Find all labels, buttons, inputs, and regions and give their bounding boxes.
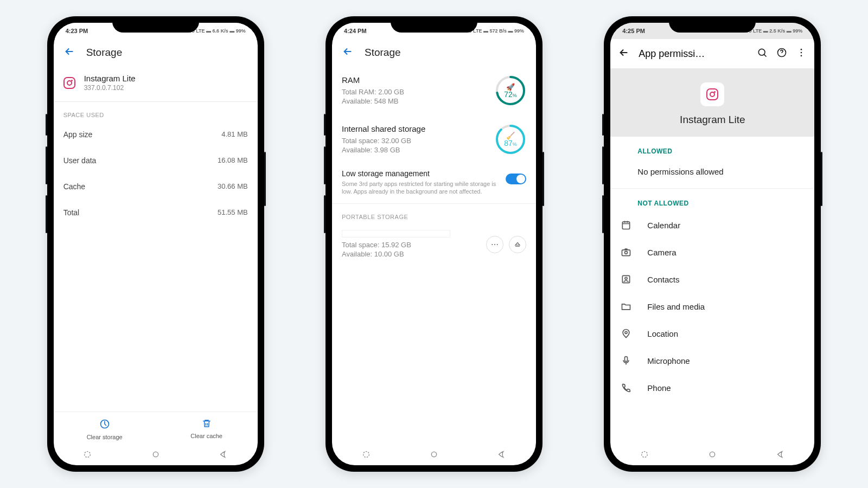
nav-home-icon[interactable]: [708, 450, 717, 461]
clear-cache-button[interactable]: Clear cache: [156, 412, 258, 446]
svg-point-11: [801, 49, 802, 50]
nav-recent-icon[interactable]: [362, 450, 371, 461]
instagram-lite-icon: [700, 82, 724, 106]
storage-gauge: 🧹87%: [495, 124, 526, 155]
back-arrow-icon[interactable]: [63, 46, 75, 60]
app-name: Instagram Lite: [680, 114, 745, 126]
low-storage-row[interactable]: Low storage management Some 3rd party ap…: [332, 164, 536, 204]
status-indicators: Vo LTE ▬ 6.6 K/s ▬ 99%: [189, 28, 246, 34]
perm-item-calendar[interactable]: Calendar: [610, 211, 814, 239]
svg-point-16: [625, 251, 628, 254]
svg-point-12: [801, 52, 802, 54]
svg-point-8: [431, 452, 436, 457]
status-bar: 4:23 PM Vo LTE ▬ 6.6 K/s ▬ 99%: [54, 23, 258, 39]
nav-back-icon[interactable]: [776, 450, 785, 461]
section-label-allowed: ALLOWED: [610, 137, 814, 159]
perm-item-microphone[interactable]: Microphone: [610, 347, 814, 374]
app-bar: Storage: [332, 39, 536, 66]
app-bar: App permissi…: [610, 39, 814, 68]
nav-recent-icon[interactable]: [83, 450, 92, 461]
app-hero: Instagram Lite: [610, 68, 814, 137]
eject-button[interactable]: [509, 236, 526, 253]
nav-bar: [610, 446, 814, 465]
svg-point-22: [710, 452, 715, 457]
status-indicators: Vo LTE ▬ 2.5 K/s ▬ 99%: [746, 28, 803, 34]
more-options-button[interactable]: ⋯: [486, 236, 503, 253]
nav-back-icon[interactable]: [219, 450, 228, 461]
svg-point-13: [801, 55, 802, 57]
perm-item-phone[interactable]: Phone: [610, 374, 814, 401]
phone-mockup-permissions: 4:25 PM Vo LTE ▬ 2.5 K/s ▬ 99% App permi…: [604, 16, 821, 472]
status-time: 4:25 PM: [622, 28, 660, 34]
nav-recent-icon[interactable]: [640, 450, 649, 461]
app-name: Instagram Lite: [84, 74, 136, 83]
section-label-portable: PORTABLE STORAGE: [332, 204, 536, 223]
status-time: 4:23 PM: [66, 28, 104, 34]
app-version: 337.0.0.7.102: [84, 84, 136, 92]
microphone-icon: [620, 355, 632, 366]
page-title: Storage: [86, 47, 123, 59]
nav-home-icon[interactable]: [151, 450, 160, 461]
trash-icon: [202, 419, 212, 431]
section-label-space-used: SPACE USED: [54, 102, 258, 121]
svg-point-21: [642, 452, 648, 458]
perm-item-files[interactable]: Files and media: [610, 293, 814, 320]
nav-back-icon[interactable]: [497, 450, 506, 461]
ram-gauge: 🚀72%: [495, 75, 526, 106]
calendar-icon: [620, 220, 632, 230]
clear-storage-icon: [99, 419, 110, 432]
row-app-size: App size 4.81 MB: [54, 121, 258, 147]
app-bar: Storage: [54, 39, 258, 66]
row-user-data: User data 16.08 MB: [54, 147, 258, 174]
back-arrow-icon[interactable]: [618, 47, 630, 61]
low-storage-toggle[interactable]: [506, 174, 526, 184]
svg-point-9: [759, 49, 765, 55]
bottom-actions: Clear storage Clear cache: [54, 412, 258, 446]
phone-mockup-storage-app: 4:23 PM Vo LTE ▬ 6.6 K/s ▬ 99% Storage I…: [47, 16, 264, 472]
svg-point-18: [625, 277, 627, 279]
help-icon[interactable]: [776, 47, 787, 60]
section-label-not-allowed: NOT ALLOWED: [610, 189, 814, 211]
svg-rect-14: [623, 222, 630, 229]
no-permissions-text: No permissions allowed: [610, 159, 814, 189]
status-bar: 4:25 PM Vo LTE ▬ 2.5 K/s ▬ 99%: [610, 23, 814, 39]
status-time: 4:24 PM: [344, 28, 382, 34]
perm-item-location[interactable]: Location: [610, 320, 814, 347]
row-total: Total 51.55 MB: [54, 200, 258, 226]
camera-icon: [620, 247, 632, 258]
phone-mockup-storage-system: 4:24 PM Vo LTE ▬ 572 B/s ▬ 99% Storage R…: [326, 16, 542, 472]
nav-home-icon[interactable]: [430, 450, 438, 461]
search-icon[interactable]: [757, 47, 768, 60]
app-info-row[interactable]: Instagram Lite 337.0.0.7.102: [54, 66, 258, 102]
internal-storage-block[interactable]: Internal shared storage Total space: 32.…: [332, 115, 536, 164]
location-icon: [620, 328, 632, 339]
page-title: App permissi…: [639, 48, 748, 60]
svg-point-19: [625, 331, 627, 333]
svg-point-1: [85, 452, 91, 458]
overflow-menu-icon[interactable]: [796, 47, 807, 60]
svg-rect-15: [622, 250, 630, 256]
contacts-icon: [620, 274, 632, 285]
instagram-lite-icon: [63, 77, 75, 89]
portable-name-redacted: [342, 230, 450, 237]
nav-bar: [332, 446, 536, 465]
svg-point-2: [153, 452, 158, 457]
svg-rect-20: [625, 357, 628, 362]
nav-bar: [54, 446, 258, 465]
svg-point-7: [363, 452, 369, 458]
folder-icon: [620, 301, 632, 312]
phone-icon: [620, 382, 632, 393]
page-title: Storage: [365, 47, 401, 59]
portable-storage-row[interactable]: Total space: 15.92 GB Available: 10.00 G…: [332, 223, 536, 266]
clear-storage-button[interactable]: Clear storage: [54, 412, 156, 446]
status-indicators: Vo LTE ▬ 572 B/s ▬ 99%: [466, 28, 524, 34]
back-arrow-icon[interactable]: [342, 46, 354, 60]
status-bar: 4:24 PM Vo LTE ▬ 572 B/s ▬ 99%: [332, 23, 536, 39]
perm-item-camera[interactable]: Camera: [610, 239, 814, 266]
perm-item-contacts[interactable]: Contacts: [610, 266, 814, 293]
row-cache: Cache 30.66 MB: [54, 174, 258, 200]
ram-block[interactable]: RAM Total RAM: 2.00 GB Available: 548 MB…: [332, 66, 536, 115]
